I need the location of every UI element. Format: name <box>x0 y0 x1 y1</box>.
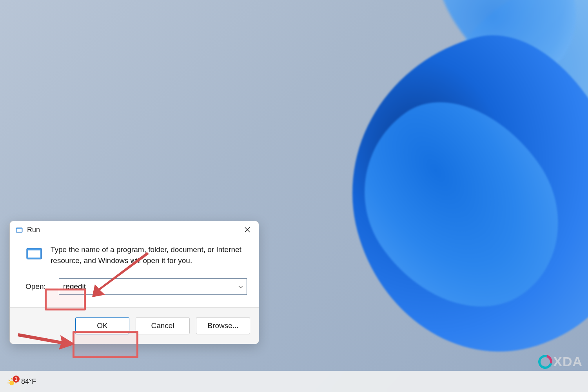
titlebar[interactable]: Run <box>10 221 259 237</box>
close-button[interactable] <box>236 221 259 238</box>
dialog-description: Type the name of a program, folder, docu… <box>51 244 249 266</box>
svg-rect-6 <box>28 250 40 251</box>
browse-button[interactable]: Browse... <box>196 317 250 334</box>
weather-widget[interactable]: 1 84°F <box>7 376 36 387</box>
xda-logo-text: XDA <box>553 354 583 369</box>
run-dialog: Run Type the name of a program, folder, … <box>9 221 259 344</box>
taskbar[interactable]: 1 84°F <box>0 371 588 392</box>
svg-rect-1 <box>17 229 22 232</box>
ok-button[interactable]: OK <box>75 317 129 334</box>
svg-line-12 <box>9 380 10 381</box>
run-dialog-icon <box>15 226 23 234</box>
open-input[interactable] <box>59 278 247 295</box>
weather-notification-badge: 1 <box>13 376 20 383</box>
cancel-button[interactable]: Cancel <box>136 317 190 334</box>
dialog-title: Run <box>27 226 40 234</box>
xda-logo-icon <box>536 352 555 371</box>
run-program-icon <box>25 245 43 262</box>
button-bar: OK Cancel Browse... <box>10 307 259 344</box>
open-label: Open: <box>25 282 59 291</box>
weather-temperature: 84°F <box>21 377 36 386</box>
xda-watermark: XDA <box>538 354 583 369</box>
